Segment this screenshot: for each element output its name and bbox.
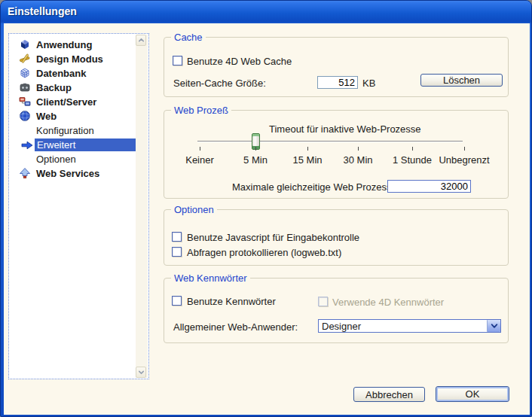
slider-label-1stunde: 1 Stunde bbox=[393, 154, 432, 166]
sidebar-item-optionen[interactable]: Optionen bbox=[9, 152, 148, 166]
chevron-down-icon bbox=[137, 368, 145, 376]
passwords-group: Web Kennwörter Benutze Kennwörter Verwen… bbox=[164, 278, 509, 343]
generic-web-user-label: Allgemeiner Web-Anwender: bbox=[173, 321, 298, 333]
options-group: Optionen Benutze Javascript für Eingabek… bbox=[164, 209, 509, 266]
sidebar-item-label: Backup bbox=[36, 81, 72, 95]
sidebar-item-label: Konfiguration bbox=[36, 123, 94, 138]
app-cube-icon bbox=[19, 38, 31, 50]
web-process-group-title: Web Prozeß bbox=[171, 105, 231, 116]
sidebar-item-client-server[interactable]: Client/Server bbox=[9, 95, 148, 109]
use-web-cache-checkbox[interactable] bbox=[173, 56, 182, 65]
log-requests-checkbox[interactable] bbox=[172, 247, 182, 257]
web-globe-icon bbox=[19, 110, 31, 122]
scroll-up-button[interactable] bbox=[136, 35, 146, 46]
titlebar[interactable]: Einstellungen bbox=[1, 1, 531, 23]
chevron-down-icon bbox=[490, 321, 499, 330]
web-services-icon bbox=[19, 167, 31, 179]
sidebar-item-label: Design Modus bbox=[36, 52, 103, 66]
sidebar-item-backup[interactable]: Backup bbox=[9, 81, 148, 95]
clear-cache-button[interactable]: Löschen bbox=[420, 74, 503, 87]
use-passwords-label: Benutze Kennwörter bbox=[187, 296, 276, 307]
slider-label-30min: 30 Min bbox=[343, 154, 372, 166]
use-web-cache-label: Benutze 4D Web Cache bbox=[187, 56, 292, 67]
timeout-label: Timeout für inaktive Web-Prozesse bbox=[269, 123, 421, 135]
sidebar-item-label: Optionen bbox=[36, 152, 76, 166]
web-process-group: Web Prozeß Timeout für inaktive Web-Proz… bbox=[164, 110, 509, 199]
backup-icon bbox=[19, 81, 31, 93]
sidebar-item-label: Erweitert bbox=[37, 138, 75, 152]
max-processes-input[interactable] bbox=[387, 180, 471, 193]
sidebar-item-design-modus[interactable]: Design Modus bbox=[9, 52, 148, 66]
passwords-group-title: Web Kennwörter bbox=[171, 272, 250, 284]
selected-arrow-icon bbox=[21, 139, 33, 151]
slider-tick bbox=[307, 147, 308, 151]
slider-label-5min: 5 Min bbox=[243, 154, 268, 166]
slider-tick bbox=[358, 147, 359, 151]
chevron-up-icon bbox=[137, 36, 145, 44]
database-cube-icon bbox=[19, 67, 31, 79]
cache-size-unit: KB bbox=[362, 78, 375, 89]
timeout-slider-track[interactable] bbox=[197, 141, 463, 142]
cancel-button[interactable]: Abbrechen bbox=[353, 387, 425, 402]
sidebar-item-label: Client/Server bbox=[36, 95, 96, 109]
sidebar-item-label: Web bbox=[36, 109, 57, 123]
slider-tick bbox=[464, 147, 465, 151]
sidebar-item-label: Web Services bbox=[36, 166, 99, 181]
log-requests-label: Abfragen protokollieren (logweb.txt) bbox=[187, 247, 341, 258]
cache-size-label: Seiten-Cache Größe: bbox=[173, 78, 266, 89]
slider-tick bbox=[255, 147, 256, 151]
slider-label-15min: 15 Min bbox=[292, 154, 322, 166]
nav-scrollbar[interactable] bbox=[136, 35, 148, 378]
slider-tick bbox=[412, 147, 413, 151]
slider-label-unbegrenzt: Unbegrenzt bbox=[439, 154, 489, 166]
options-group-title: Optionen bbox=[171, 204, 217, 215]
generic-web-user-value: Designer bbox=[322, 321, 361, 332]
use-4d-passwords-checkbox bbox=[318, 297, 328, 306]
cache-group: Cache Benutze 4D Web Cache Seiten-Cache … bbox=[164, 37, 509, 97]
sidebar-item-datenbank[interactable]: Datenbank bbox=[9, 66, 148, 81]
ok-button[interactable]: OK bbox=[436, 386, 509, 402]
use-4d-passwords-label: Verwende 4D Kennwörter bbox=[332, 297, 444, 308]
settings-nav-list: Anwendung Design Modus Datenbank Backup bbox=[8, 33, 149, 379]
sidebar-item-erweitert[interactable]: Erweitert bbox=[9, 138, 148, 152]
slider-label-keiner: Keiner bbox=[185, 154, 214, 166]
scroll-down-button[interactable] bbox=[136, 367, 146, 378]
max-processes-label: Maximale gleichzeitige Web Prozesse: bbox=[232, 181, 381, 193]
javascript-label: Benutze Javascript für Eingabekontrolle bbox=[187, 232, 359, 243]
design-tools-icon bbox=[19, 53, 31, 65]
use-passwords-checkbox[interactable] bbox=[172, 296, 182, 306]
sidebar-item-web-services[interactable]: Web Services bbox=[9, 166, 148, 181]
sidebar-item-label: Anwendung bbox=[36, 38, 92, 52]
cache-size-input[interactable] bbox=[317, 76, 358, 89]
sidebar-item-label: Datenbank bbox=[36, 66, 86, 81]
slider-tick bbox=[200, 147, 200, 151]
sidebar-item-konfiguration[interactable]: Konfiguration bbox=[9, 123, 148, 138]
generic-web-user-select[interactable]: Designer bbox=[318, 319, 501, 333]
sidebar-item-web[interactable]: Web bbox=[9, 109, 148, 123]
combo-dropdown-button[interactable] bbox=[487, 320, 500, 332]
client-server-icon bbox=[19, 96, 31, 108]
settings-dialog: Einstellungen Anwendung Design Modus bbox=[0, 0, 532, 417]
dialog-body: Anwendung Design Modus Datenbank Backup bbox=[4, 23, 530, 415]
window-title: Einstellungen bbox=[8, 1, 77, 23]
javascript-checkbox[interactable] bbox=[172, 232, 182, 242]
cache-group-title: Cache bbox=[171, 32, 206, 43]
sidebar-item-anwendung[interactable]: Anwendung bbox=[9, 38, 148, 52]
